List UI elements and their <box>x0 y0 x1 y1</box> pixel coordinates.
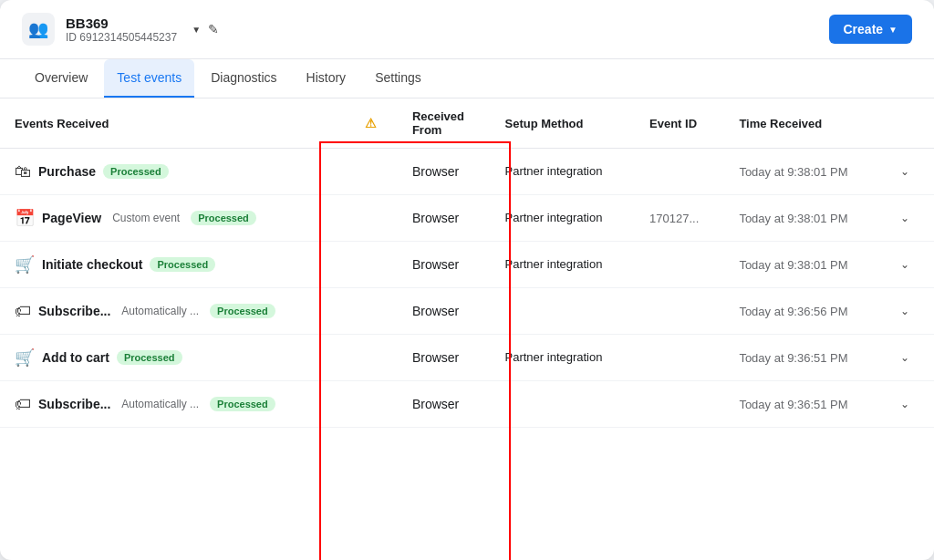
expand-button[interactable]: ⌄ <box>897 301 913 321</box>
expand-button[interactable]: ⌄ <box>897 347 913 368</box>
event-sub: Automatically ... <box>121 305 199 317</box>
setup-method-cell: Partner integration <box>491 149 636 195</box>
main-container: 👥 BB369 ID 6912314505445237 ▼ ✎ Create ▼… <box>0 0 934 560</box>
warning-cell <box>347 195 398 242</box>
expand-cell: ⌄ <box>882 335 934 381</box>
time-cell: Today at 9:38:01 PM <box>724 195 882 242</box>
col-time-received: Time Received <box>724 99 882 149</box>
dropdown-controls: ▼ ✎ <box>192 22 219 36</box>
table-row: 🏷 Subscribe... Automatically ... Process… <box>0 381 934 428</box>
events-table: Events Received ⚠ ReceivedFrom Setup Met… <box>0 99 934 428</box>
status-badge: Processed <box>103 164 169 179</box>
warning-cell <box>347 242 398 288</box>
header-info: BB369 ID 6912314505445237 <box>66 16 177 44</box>
received-from-cell: Browser <box>398 381 491 428</box>
event-cell-1: 📅 PageView Custom event Processed <box>0 195 347 242</box>
account-name: BB369 <box>66 16 177 31</box>
event-icon: 📅 <box>15 208 35 228</box>
status-badge: Processed <box>210 304 275 318</box>
status-badge: Processed <box>210 397 275 411</box>
edit-icon[interactable]: ✎ <box>208 22 219 36</box>
setup-method-cell <box>491 381 636 428</box>
avatar: 👥 <box>22 13 55 46</box>
col-received-from: ReceivedFrom <box>398 99 491 149</box>
event-icon: 🛍 <box>15 162 31 181</box>
event-name: Add to cart <box>42 350 109 365</box>
expand-button[interactable]: ⌄ <box>897 394 913 414</box>
tab-settings[interactable]: Settings <box>362 59 434 98</box>
event-cell-2: 🛒 Initiate checkout Processed <box>0 242 347 288</box>
event-cell-3: 🏷 Subscribe... Automatically ... Process… <box>0 288 347 335</box>
event-icon: 🏷 <box>15 395 31 414</box>
received-from-cell: Browser <box>398 288 491 335</box>
expand-cell: ⌄ <box>882 288 934 335</box>
event-id-cell <box>635 381 724 428</box>
event-cell-5: 🏷 Subscribe... Automatically ... Process… <box>0 381 347 428</box>
time-cell: Today at 9:36:56 PM <box>724 288 882 335</box>
setup-method-text: Partner integration <box>505 257 603 271</box>
col-event-id: Event ID <box>635 99 724 149</box>
event-name: Subscribe... <box>38 304 110 318</box>
expand-cell: ⌄ <box>882 149 934 195</box>
tab-history[interactable]: History <box>294 59 359 98</box>
table-row: 🛍 Purchase Processed BrowserPartner inte… <box>0 149 934 195</box>
event-id-cell <box>635 149 724 195</box>
event-sub: Custom event <box>112 212 180 224</box>
table-wrapper: Events Received ⚠ ReceivedFrom Setup Met… <box>0 99 934 560</box>
expand-button[interactable]: ⌄ <box>897 208 913 228</box>
received-from-cell: Browser <box>398 149 491 195</box>
status-badge: Processed <box>150 257 215 272</box>
expand-button[interactable]: ⌄ <box>897 161 913 181</box>
table-row: 🛒 Add to cart Processed BrowserPartner i… <box>0 335 934 381</box>
time-cell: Today at 9:36:51 PM <box>724 335 882 381</box>
event-icon: 🛒 <box>15 347 35 368</box>
tab-diagnostics[interactable]: Diagnostics <box>198 59 289 98</box>
table-row: 🏷 Subscribe... Automatically ... Process… <box>0 288 934 335</box>
table-row: 🛒 Initiate checkout Processed BrowserPar… <box>0 242 934 288</box>
event-sub: Automatically ... <box>121 398 199 410</box>
create-button[interactable]: Create ▼ <box>829 15 913 44</box>
tab-overview[interactable]: Overview <box>22 59 100 98</box>
col-setup-method: Setup Method <box>491 99 636 149</box>
tabs-bar: Overview Test events Diagnostics History… <box>0 59 934 99</box>
col-expand <box>882 99 934 149</box>
dropdown-arrow-icon[interactable]: ▼ <box>192 25 201 35</box>
create-dropdown-icon: ▼ <box>888 25 898 35</box>
warning-cell <box>347 149 398 195</box>
setup-method-cell: Partner integration <box>491 195 636 242</box>
event-icon: 🛒 <box>15 254 35 275</box>
time-cell: Today at 9:36:51 PM <box>724 381 882 428</box>
setup-method-cell <box>491 288 636 335</box>
received-from-cell: Browser <box>398 195 491 242</box>
expand-cell: ⌄ <box>882 381 934 428</box>
tab-test-events[interactable]: Test events <box>104 59 194 98</box>
event-cell-0: 🛍 Purchase Processed <box>0 149 347 195</box>
col-warning: ⚠ <box>347 99 398 149</box>
create-label: Create <box>844 22 884 36</box>
header: 👥 BB369 ID 6912314505445237 ▼ ✎ Create ▼ <box>0 0 934 59</box>
event-name: PageView <box>42 211 101 225</box>
received-from-cell: Browser <box>398 242 491 288</box>
event-name: Subscribe... <box>38 397 110 411</box>
setup-method-text: Partner integration <box>505 211 603 224</box>
setup-method-cell: Partner integration <box>491 335 636 381</box>
event-name: Purchase <box>38 164 96 179</box>
event-id-cell <box>635 335 724 381</box>
setup-method-text: Partner integration <box>505 164 603 178</box>
time-cell: Today at 9:38:01 PM <box>724 149 882 195</box>
setup-method-cell: Partner integration <box>491 242 636 288</box>
event-id-cell: 170127... <box>635 195 724 242</box>
event-id-cell <box>635 288 724 335</box>
col-events-received: Events Received <box>0 99 347 149</box>
event-name: Initiate checkout <box>42 257 142 272</box>
setup-method-text: Partner integration <box>505 350 603 364</box>
warning-icon: ⚠ <box>365 116 377 130</box>
warning-cell <box>347 335 398 381</box>
warning-cell <box>347 288 398 335</box>
expand-cell: ⌄ <box>882 195 934 242</box>
expand-cell: ⌄ <box>882 242 934 288</box>
expand-button[interactable]: ⌄ <box>897 254 913 275</box>
event-icon: 🏷 <box>15 302 31 321</box>
status-badge: Processed <box>191 211 256 225</box>
time-cell: Today at 9:38:01 PM <box>724 242 882 288</box>
